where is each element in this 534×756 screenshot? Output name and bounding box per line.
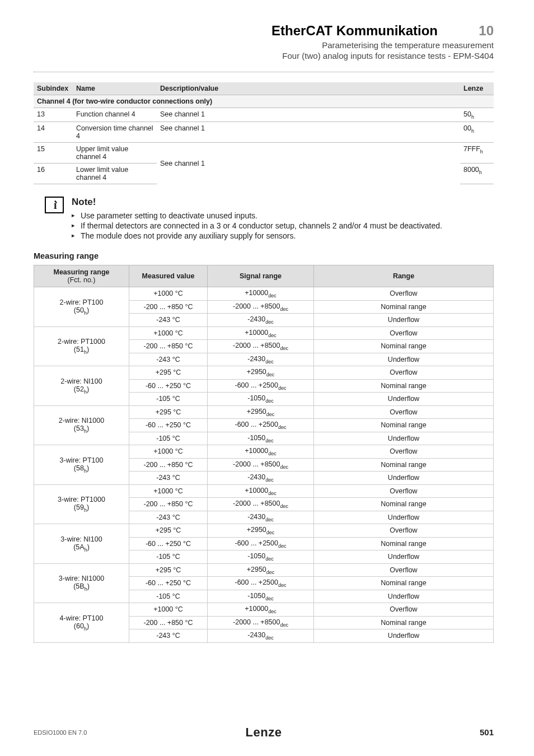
footer-center-logo: Lenze xyxy=(34,725,494,740)
t2-signal-range: -2000 ... +8500dec xyxy=(208,340,314,353)
t2-range: Nominal range xyxy=(314,537,494,550)
t2-group-label: 3-wire: NI1000(5Bh) xyxy=(34,563,129,603)
t2-range: Nominal range xyxy=(314,379,494,393)
t1-description: See channel 1 xyxy=(157,122,460,143)
t2-range: Overflow xyxy=(314,366,494,380)
header-subtitle-1: Parameterising the temperature measureme… xyxy=(34,40,494,51)
table-row: 2-wire: PT1000(51h)+1000 °C+10000decOver… xyxy=(34,326,494,340)
t2-range: Overflow xyxy=(314,563,494,577)
page-footer: EDSIO1000 EN 7.0 Lenze 501 xyxy=(34,727,494,737)
t2-measured-value: -200 ... +850 °C xyxy=(129,340,208,353)
table-row: 3-wire: NI100(5Ah)+295 °C+2950decOverflo… xyxy=(34,524,494,538)
t2-range: Underflow xyxy=(314,432,494,445)
t1-name: Lower limit value channel 4 xyxy=(73,164,157,184)
t1-lenze: 8000h xyxy=(460,164,494,184)
t2-measured-value: +295 °C xyxy=(129,524,208,538)
t2-signal-range: -600 ... +2500dec xyxy=(208,379,314,393)
t2-range: Overflow xyxy=(314,287,494,301)
t1-subindex: 13 xyxy=(34,108,73,122)
table-row: 3-wire: NI1000(5Bh)+295 °C+2950decOverfl… xyxy=(34,563,494,577)
t2-range: Nominal range xyxy=(314,577,494,590)
t1-description: See channel 1 xyxy=(157,143,460,184)
t2-range: Underflow xyxy=(314,472,494,485)
t2-h-measured-value: Measured value xyxy=(129,265,208,287)
t2-range: Underflow xyxy=(314,511,494,524)
t2-measured-value: -243 °C xyxy=(129,353,208,366)
t2-range: Overflow xyxy=(314,524,494,538)
t2-range: Nominal range xyxy=(314,300,494,314)
t2-group-label: 2-wire: NI1000(53h) xyxy=(34,405,129,445)
t2-signal-range: +10000dec xyxy=(208,287,314,301)
t2-range: Underflow xyxy=(314,314,494,327)
t2-signal-range: +2950dec xyxy=(208,366,314,380)
t2-measured-value: -200 ... +850 °C xyxy=(129,300,208,314)
table-row: 15Upper limit value channel 4See channel… xyxy=(34,143,494,164)
table-row: 13Function channel 4See channel 150h xyxy=(34,108,494,122)
t2-signal-range: -2430dec xyxy=(208,629,314,643)
measuring-range-heading: Measuring range xyxy=(34,251,494,260)
t2-measured-value: -105 °C xyxy=(129,432,208,445)
t2-measured-value: +295 °C xyxy=(129,563,208,577)
t2-range: Underflow xyxy=(314,393,494,406)
header-subtitle-2: Four (two) analog inputs for resistance … xyxy=(34,51,494,62)
t2-measured-value: -60 ... +250 °C xyxy=(129,577,208,590)
t1-name: Conversion time channel 4 xyxy=(73,122,157,143)
t2-h-measuring-range: Measuring range (Fct. no.) xyxy=(34,265,129,287)
t2-signal-range: -600 ... +2500dec xyxy=(208,577,314,590)
t2-signal-range: -2430dec xyxy=(208,511,314,524)
t1-subindex: 14 xyxy=(34,122,73,143)
t2-measured-value: -200 ... +850 °C xyxy=(129,498,208,511)
t2-group-label: 2-wire: PT100(50h) xyxy=(34,287,129,327)
t2-measured-value: +295 °C xyxy=(129,405,208,419)
t2-signal-range: +10000dec xyxy=(208,603,314,617)
t2-h-signal-range: Signal range xyxy=(208,265,314,287)
table-row: 2-wire: NI100(52h)+295 °C+2950decOverflo… xyxy=(34,366,494,380)
t2-signal-range: -1050dec xyxy=(208,590,314,603)
table-row: 4-wire: PT100(60h)+1000 °C+10000decOverf… xyxy=(34,603,494,617)
note-item: Use parameter setting to deactivate unus… xyxy=(72,211,494,220)
t2-signal-range: -2000 ... +8500dec xyxy=(208,458,314,472)
t1-h-desc: Description/value xyxy=(157,82,460,95)
t2-signal-range: +2950dec xyxy=(208,524,314,538)
t2-measured-value: -105 °C xyxy=(129,393,208,406)
t1-name: Function channel 4 xyxy=(73,108,157,122)
t2-measured-value: -200 ... +850 °C xyxy=(129,458,208,472)
t2-range: Overflow xyxy=(314,445,494,459)
t1-description: See channel 1 xyxy=(157,108,460,122)
t1-subindex: 16 xyxy=(34,164,73,184)
t2-measured-value: -243 °C xyxy=(129,629,208,643)
t1-h-lenze: Lenze xyxy=(460,82,494,95)
t1-section-row: Channel 4 (for two-wire conductor connec… xyxy=(34,95,494,108)
page-header: EtherCAT Kommunikation 10 Parameterising… xyxy=(34,22,494,62)
t2-measured-value: +1000 °C xyxy=(129,484,208,498)
note-list: Use parameter setting to deactivate unus… xyxy=(72,211,494,240)
t2-range: Overflow xyxy=(314,405,494,419)
t2-measured-value: +1000 °C xyxy=(129,445,208,459)
t1-h-subindex: Subindex xyxy=(34,82,73,95)
t2-measured-value: -60 ... +250 °C xyxy=(129,537,208,550)
t2-measured-value: -200 ... +850 °C xyxy=(129,616,208,629)
note-item: The module does not provide any auxiliar… xyxy=(72,231,494,240)
t2-range: Overflow xyxy=(314,603,494,617)
t1-h-name: Name xyxy=(73,82,157,95)
t2-signal-range: -2000 ... +8500dec xyxy=(208,616,314,629)
table-row: 2-wire: PT100(50h)+1000 °C+10000decOverf… xyxy=(34,287,494,301)
t2-measured-value: -60 ... +250 °C xyxy=(129,379,208,393)
t2-signal-range: -2430dec xyxy=(208,472,314,485)
t2-range: Nominal range xyxy=(314,458,494,472)
t2-measured-value: +295 °C xyxy=(129,366,208,380)
t2-range: Underflow xyxy=(314,590,494,603)
t2-measured-value: +1000 °C xyxy=(129,326,208,340)
footer-left: EDSIO1000 EN 7.0 xyxy=(34,729,87,736)
t2-group-label: 4-wire: PT100(60h) xyxy=(34,603,129,643)
t2-signal-range: +10000dec xyxy=(208,484,314,498)
t2-signal-range: -2430dec xyxy=(208,353,314,366)
parameter-table: Subindex Name Description/value Lenze Ch… xyxy=(34,82,494,185)
t2-group-label: 2-wire: NI100(52h) xyxy=(34,366,129,406)
t2-h-range: Range xyxy=(314,265,494,287)
t2-measured-value: -105 °C xyxy=(129,550,208,564)
t1-lenze: 7FFFh xyxy=(460,143,494,164)
t2-group-label: 3-wire: NI100(5Ah) xyxy=(34,524,129,564)
t2-measured-value: -243 °C xyxy=(129,472,208,485)
table-row: 2-wire: NI1000(53h)+295 °C+2950decOverfl… xyxy=(34,405,494,419)
